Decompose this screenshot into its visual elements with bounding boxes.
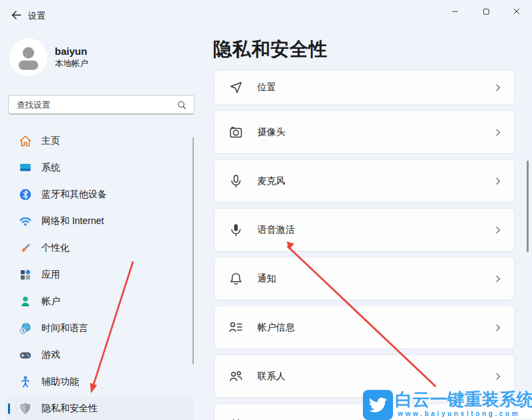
sidebar-item-gaming[interactable]: 游戏 (5, 343, 194, 367)
sidebar-item-accessibility[interactable]: 辅助功能 (5, 370, 194, 394)
sidebar-item-label: 主页 (41, 135, 60, 147)
sidebar-scrollbar[interactable] (192, 137, 194, 364)
settings-card-voice-activation[interactable]: 语音激活 (214, 208, 515, 251)
maximize-icon (482, 7, 491, 16)
watermark: 白云一键重装系统 www.baiyunxitong.com (363, 390, 532, 420)
settings-card-label: 麦克风 (257, 175, 285, 187)
camera-icon (228, 124, 244, 140)
sidebar-item-accounts[interactable]: 帐户 (5, 290, 194, 314)
watermark-title: 白云一键重装系统 (395, 390, 532, 409)
home-icon (19, 134, 32, 148)
watermark-text: 白云一键重装系统 www.baiyunxitong.com (395, 390, 532, 420)
system-icon (19, 161, 32, 175)
account-info-icon (228, 320, 244, 336)
apps-icon (19, 268, 32, 282)
network-icon (19, 215, 32, 228)
avatar (9, 38, 47, 76)
sidebar-nav: 主页系统蓝牙和其他设备网络和 Internet个性化应用帐户时间和语言游戏辅助功… (5, 129, 194, 420)
close-icon (512, 7, 521, 16)
back-button[interactable] (7, 6, 25, 23)
settings-card-list: 位置摄像头麦克风语音激活通知帐户信息联系人日历 (214, 70, 515, 420)
window-title: 设置 (28, 10, 45, 22)
sidebar-item-system[interactable]: 系统 (5, 156, 194, 180)
back-arrow-icon (11, 9, 22, 21)
location-icon (228, 80, 244, 96)
sidebar-item-apps[interactable]: 应用 (5, 263, 194, 287)
person-avatar-icon (9, 38, 47, 76)
chevron-right-icon (493, 322, 503, 333)
sidebar-item-label: 蓝牙和其他设备 (41, 189, 107, 201)
settings-card-label: 摄像头 (257, 126, 285, 138)
sidebar-item-network[interactable]: 网络和 Internet (5, 209, 194, 233)
voice-activation-icon (228, 222, 244, 238)
settings-card-label: 语音激活 (257, 224, 295, 236)
contacts-icon (228, 369, 244, 385)
accessibility-icon (19, 375, 32, 389)
maximize-button[interactable] (471, 0, 501, 23)
settings-card-label: 位置 (257, 82, 276, 94)
bird-logo-icon (363, 390, 393, 420)
sidebar-item-label: 应用 (41, 269, 60, 281)
personalization-icon (19, 241, 32, 255)
chevron-right-icon (493, 127, 503, 138)
minimize-button[interactable] (440, 0, 471, 23)
sidebar-item-label: 帐户 (41, 296, 60, 308)
sidebar-item-label: 时间和语言 (41, 322, 88, 334)
page-title: 隐私和安全性 (213, 37, 327, 62)
accounts-icon (19, 295, 32, 308)
main-scrollbar[interactable] (527, 161, 529, 252)
minimize-icon (450, 7, 460, 16)
calendar-icon (228, 417, 244, 420)
sidebar-item-home[interactable]: 主页 (5, 129, 194, 153)
chevron-right-icon (493, 82, 503, 93)
settings-card-label: 通知 (257, 273, 276, 285)
sidebar-item-label: 隐私和安全性 (41, 403, 98, 415)
gaming-icon (19, 348, 32, 362)
settings-card-microphone[interactable]: 麦克风 (214, 159, 515, 203)
notifications-icon (228, 271, 244, 287)
chevron-right-icon (493, 225, 503, 235)
user-account-type: 本地帐户 (55, 58, 88, 69)
sidebar-item-label: 网络和 Internet (41, 215, 104, 227)
sidebar-item-label: 个性化 (41, 242, 70, 254)
sidebar-item-label: 系统 (41, 162, 60, 174)
sidebar-item-label: 辅助功能 (41, 376, 79, 388)
settings-card-account-info[interactable]: 帐户信息 (214, 306, 515, 349)
user-account-block[interactable]: baiyun 本地帐户 (9, 38, 88, 76)
time-language-icon (19, 322, 32, 335)
chevron-right-icon (493, 274, 503, 284)
privacy-security-icon (19, 402, 32, 415)
settings-card-label: 帐户信息 (257, 322, 295, 334)
microphone-icon (228, 173, 244, 189)
sidebar-item-time-language[interactable]: 时间和语言 (5, 316, 194, 340)
bluetooth-icon (19, 188, 32, 201)
sidebar-item-privacy-security[interactable]: 隐私和安全性 (5, 397, 194, 420)
sidebar-item-bluetooth[interactable]: 蓝牙和其他设备 (5, 183, 194, 207)
chevron-right-icon (493, 176, 503, 187)
search-box[interactable] (8, 95, 194, 114)
sidebar-item-label: 游戏 (41, 349, 60, 361)
search-icon (176, 100, 187, 110)
user-name: baiyun (55, 45, 88, 58)
settings-card-camera[interactable]: 摄像头 (214, 110, 515, 154)
close-button[interactable] (501, 0, 532, 23)
sidebar-item-personalization[interactable]: 个性化 (5, 236, 194, 260)
window-controls (440, 0, 532, 23)
watermark-url: www.baiyunxitong.com (395, 409, 532, 419)
settings-card-location[interactable]: 位置 (214, 70, 515, 105)
settings-window: 设置 baiyun (0, 0, 532, 420)
settings-card-label: 联系人 (257, 371, 285, 383)
settings-card-notifications[interactable]: 通知 (214, 257, 515, 300)
chevron-right-icon (493, 371, 503, 382)
search-input[interactable] (17, 100, 176, 110)
user-text: baiyun 本地帐户 (55, 45, 88, 69)
